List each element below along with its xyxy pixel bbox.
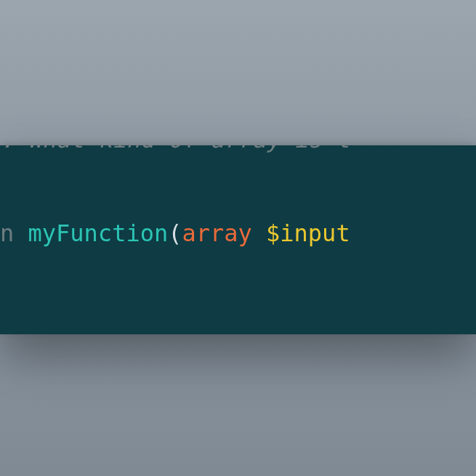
open-paren: ( <box>168 219 182 247</box>
code-editor-panel[interactable]: : What kind of array is t n myFunction(a… <box>0 145 476 334</box>
comment-prefix: : <box>0 145 28 153</box>
function-name: myFunction <box>28 219 169 247</box>
param-variable: $input <box>266 219 350 247</box>
space <box>252 219 266 247</box>
keyword-function-fragment: n <box>0 219 28 247</box>
param-type: array <box>182 219 251 247</box>
code-block: : What kind of array is t n myFunction(a… <box>0 145 476 312</box>
code-line-comment: : What kind of array is t <box>0 145 476 156</box>
comment-text: What kind of array is t <box>28 145 350 153</box>
code-line-signature: n myFunction(array $input <box>0 218 476 249</box>
